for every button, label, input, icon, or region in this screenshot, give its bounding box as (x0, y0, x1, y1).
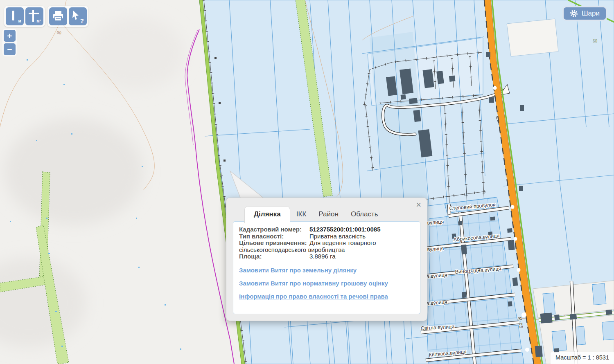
zoom-in-button[interactable]: + (4, 30, 16, 42)
popup-content: Кадастровий номер:5123755200:01:001:0085… (233, 221, 420, 314)
parcel-info-popup: × Ділянка ІКК Район Область Кадастровий … (226, 198, 427, 321)
print-icon (52, 11, 64, 22)
cadastral-map-app: Степовий.провулок Абрикосова.вулиця Вино… (0, 0, 614, 364)
measure-area-icon (32, 10, 34, 22)
popup-links: Замовити Витяг про земельну ділянку Замо… (239, 267, 414, 300)
field-designated-use: Цільове призначення:Для ведення товарног… (239, 240, 414, 253)
street-label-partial: вулиця (427, 245, 444, 252)
tab-region[interactable]: Область (345, 207, 384, 222)
utility-toolbar: ? (47, 6, 88, 27)
tab-district[interactable]: Район (312, 207, 345, 222)
close-icon[interactable]: × (416, 200, 421, 209)
print-button[interactable] (49, 7, 67, 25)
order-extract-parcel-link[interactable]: Замовити Витяг про земельну ділянку (239, 267, 414, 274)
identify-button[interactable]: ? (69, 7, 87, 25)
tab-ikk[interactable]: ІКК (290, 207, 313, 222)
street-band (507, 19, 558, 56)
measure-toolbar: м м² (4, 6, 45, 27)
popup-tabs: Ділянка ІКК Район Область (244, 206, 384, 222)
scale-readout: Масштаб = 1 : 8531 (551, 352, 614, 364)
gear-icon (570, 9, 578, 18)
field-ownership-type: Тип власності:Приватна власність (239, 233, 414, 240)
popup-tail (223, 170, 269, 200)
order-extract-valuation-link[interactable]: Замовити Витяг про нормативну грошову оц… (239, 280, 414, 287)
field-cadastral-number: Кадастровий номер:5123755200:01:001:0085 (239, 226, 414, 233)
layers-button[interactable]: Шари (562, 6, 607, 21)
street-label-partial: вулиця (427, 219, 444, 226)
zoom-control: + − (2, 29, 17, 56)
layers-button-label: Шари (582, 9, 600, 18)
measure-length-unit-label: м (18, 19, 21, 23)
measure-length-button[interactable]: м (6, 7, 24, 25)
zoom-out-button[interactable]: − (4, 43, 16, 55)
measure-area-button[interactable]: м² (25, 7, 43, 25)
field-area: Площа:3.8896 га (239, 253, 414, 260)
contour-elevation-label: 60 (593, 39, 598, 43)
tab-parcel[interactable]: Ділянка (244, 206, 290, 223)
measure-length-icon (12, 11, 14, 20)
ownership-rights-info-link[interactable]: Інформація про право власності та речові… (239, 293, 414, 300)
measure-area-unit-label: м² (36, 19, 41, 23)
help-mark-label: ? (80, 17, 84, 24)
